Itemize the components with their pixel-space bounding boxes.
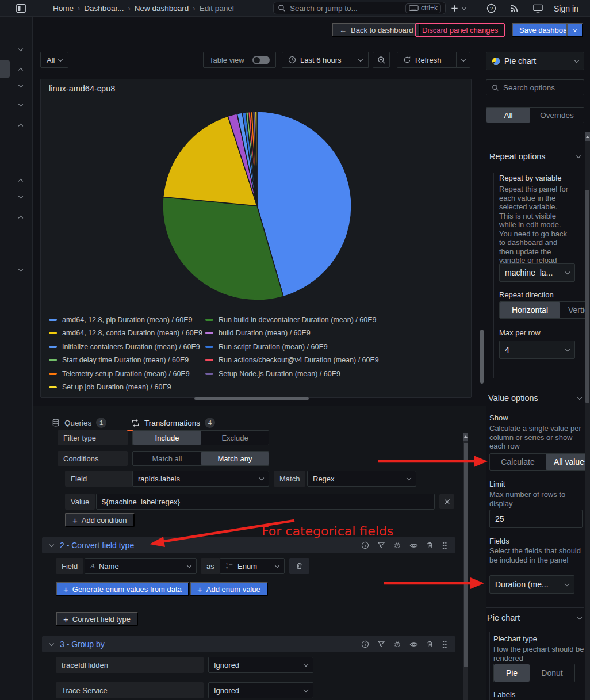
legend-item[interactable]: Run script Duration (mean) / 60E9 bbox=[205, 340, 379, 354]
max-per-row-select[interactable]: 4 bbox=[499, 341, 575, 359]
debug-icon[interactable] bbox=[393, 541, 401, 549]
table-view-switch[interactable] bbox=[252, 56, 270, 64]
limit-input[interactable]: 25 bbox=[489, 510, 583, 528]
include-option[interactable]: Include bbox=[133, 431, 201, 445]
nav-chevron-down-icon[interactable] bbox=[18, 47, 23, 51]
legend-item[interactable]: Telemetry setup Duration (mean) / 60E9 bbox=[49, 367, 205, 381]
debug-icon[interactable] bbox=[393, 640, 401, 648]
legend-item[interactable]: build Duration (mean) / 60E9 bbox=[205, 327, 379, 341]
search-options-input[interactable]: Search options bbox=[486, 79, 584, 95]
refresh-button[interactable]: Refresh bbox=[397, 52, 457, 68]
piechart-type-group[interactable]: Pie Donut bbox=[493, 664, 575, 682]
nav-chevron-down-icon[interactable] bbox=[18, 267, 23, 271]
match-select[interactable]: Regex bbox=[307, 471, 416, 487]
legend-item[interactable]: Start delay time Duration (mean) / 60E9 bbox=[49, 354, 205, 368]
scroll-up-button[interactable] bbox=[585, 132, 590, 141]
legend-item[interactable]: Set up job Duration (mean) / 60E9 bbox=[49, 381, 205, 395]
monitor-icon[interactable] bbox=[533, 4, 543, 13]
scrollbar-thumb[interactable] bbox=[585, 190, 589, 403]
sign-in-link[interactable]: Sign in bbox=[554, 0, 578, 17]
fields-select[interactable]: Duration (me... bbox=[489, 575, 574, 594]
add-convert-field-type-button[interactable]: + Convert field type bbox=[56, 612, 138, 626]
show-mode-group[interactable]: Calculate All values bbox=[489, 453, 590, 471]
transformation-convert-field-type-header[interactable]: 2 - Convert field type bbox=[42, 537, 455, 553]
visualization-picker[interactable]: Pie chart bbox=[486, 52, 584, 70]
convert-type-select[interactable]: 12 Enum bbox=[220, 558, 285, 574]
conditions-group[interactable]: Match all Match any bbox=[132, 451, 269, 466]
help-icon[interactable]: ? bbox=[486, 3, 496, 13]
legend-item[interactable]: Run build in devcontainer Duration (mean… bbox=[205, 313, 379, 327]
match-all-option[interactable]: Match all bbox=[133, 452, 201, 465]
breadcrumb-item[interactable]: New dashboard bbox=[135, 4, 189, 13]
add-enum-value-button[interactable]: + Add enum value bbox=[190, 582, 268, 596]
scrollbar-thumb[interactable] bbox=[464, 443, 468, 667]
trash-icon[interactable] bbox=[426, 640, 434, 648]
repeat-options-header[interactable]: Repeat options bbox=[489, 152, 580, 161]
filter-type-group[interactable]: Include Exclude bbox=[132, 430, 269, 445]
tab-transformations[interactable]: Transformations 4 bbox=[131, 415, 215, 430]
convert-field-select[interactable]: A Name bbox=[85, 558, 197, 574]
breadcrumb-item[interactable]: Home bbox=[53, 4, 74, 13]
legend-item[interactable]: amd64, 12.8, pip Duration (mean) / 60E9 bbox=[49, 313, 205, 327]
search-bar[interactable]: Search or jump to... ctrl+k bbox=[273, 2, 446, 14]
legend-item[interactable]: Initialize containers Duration (mean) / … bbox=[49, 340, 205, 354]
transformation-title[interactable]: 2 - Convert field type bbox=[60, 541, 134, 550]
tab-queries[interactable]: Queries 1 bbox=[52, 415, 106, 430]
tab-all[interactable]: All bbox=[486, 108, 530, 123]
breadcrumb-item[interactable]: Dashboar... bbox=[84, 4, 124, 13]
transformation-title[interactable]: 3 - Group by bbox=[60, 640, 105, 649]
value-input[interactable]: ${machine_label:regex} bbox=[96, 494, 435, 510]
nav-chevron-down-icon[interactable] bbox=[18, 194, 23, 198]
transformations-scrollbar[interactable] bbox=[463, 433, 468, 700]
table-view-toggle[interactable]: Table view bbox=[203, 52, 276, 68]
options-scope-tabs[interactable]: All Overrides bbox=[486, 107, 584, 123]
remove-condition-button[interactable] bbox=[439, 494, 454, 509]
eye-icon[interactable] bbox=[409, 640, 418, 649]
save-dashboard-dropdown-button[interactable] bbox=[566, 23, 583, 37]
breadcrumb-item[interactable]: Edit panel bbox=[200, 4, 234, 13]
match-any-option[interactable]: Match any bbox=[201, 452, 269, 465]
group-by-mode-select[interactable]: Ignored bbox=[208, 682, 313, 698]
trash-icon[interactable] bbox=[426, 541, 434, 549]
add-new-button[interactable] bbox=[450, 0, 466, 17]
nav-chevron-up-icon[interactable] bbox=[18, 124, 23, 128]
filter-icon[interactable] bbox=[377, 640, 385, 648]
pie-option[interactable]: Pie bbox=[494, 664, 530, 682]
tab-overrides[interactable]: Overrides bbox=[530, 108, 584, 123]
drag-handle-icon[interactable] bbox=[442, 541, 447, 550]
filter-icon[interactable] bbox=[377, 541, 385, 549]
field-select[interactable]: rapids.labels bbox=[132, 471, 269, 487]
back-to-dashboard-button[interactable]: ← Back to dashboard bbox=[332, 23, 420, 37]
value-options-header[interactable]: Value options bbox=[488, 393, 581, 403]
legend-item[interactable]: amd64, 12.8, conda Duration (mean) / 60E… bbox=[49, 327, 205, 341]
repeat-variable-select[interactable]: machine_la... bbox=[499, 263, 575, 282]
sidebar-toggle-icon[interactable] bbox=[16, 3, 26, 14]
info-icon[interactable] bbox=[361, 640, 369, 648]
add-condition-button[interactable]: + Add condition bbox=[65, 513, 135, 527]
transformation-group-by-header[interactable]: 3 - Group by bbox=[42, 636, 455, 652]
repeat-direction-group[interactable]: Horizontal Vertical bbox=[499, 301, 590, 319]
delete-conversion-button[interactable] bbox=[289, 558, 309, 574]
nav-chevron-down-icon[interactable] bbox=[18, 102, 23, 106]
info-icon[interactable] bbox=[361, 541, 369, 549]
generate-enum-values-button[interactable]: + Generate enum values from data bbox=[56, 582, 189, 596]
eye-icon[interactable] bbox=[409, 541, 418, 550]
group-by-mode-select[interactable]: Ignored bbox=[208, 657, 313, 673]
refresh-interval-dropdown[interactable] bbox=[456, 52, 470, 68]
legend-item[interactable]: Setup Node.js Duration (mean) / 60E9 bbox=[205, 367, 379, 381]
scroll-up-button[interactable] bbox=[463, 433, 468, 441]
time-range-picker[interactable]: Last 6 hours bbox=[282, 52, 369, 68]
all-values-option[interactable]: All values bbox=[546, 454, 589, 470]
nav-chevron-down-icon[interactable] bbox=[18, 83, 23, 87]
legend-item[interactable]: Run actions/checkout@v4 Duration (mean) … bbox=[205, 354, 379, 368]
nav-chevron-up-icon[interactable] bbox=[18, 179, 23, 183]
discard-panel-changes-button[interactable]: Discard panel changes bbox=[415, 23, 505, 37]
pie-chart-options-header[interactable]: Pie chart bbox=[487, 613, 581, 622]
nav-chevron-up-icon[interactable] bbox=[18, 68, 23, 72]
donut-option[interactable]: Donut bbox=[530, 664, 574, 682]
zoom-out-time-button[interactable] bbox=[373, 52, 390, 68]
scope-variable-dropdown[interactable]: All bbox=[40, 52, 68, 68]
exclude-option[interactable]: Exclude bbox=[201, 431, 269, 445]
horizontal-option[interactable]: Horizontal bbox=[500, 302, 560, 318]
news-rss-icon[interactable] bbox=[510, 3, 519, 13]
